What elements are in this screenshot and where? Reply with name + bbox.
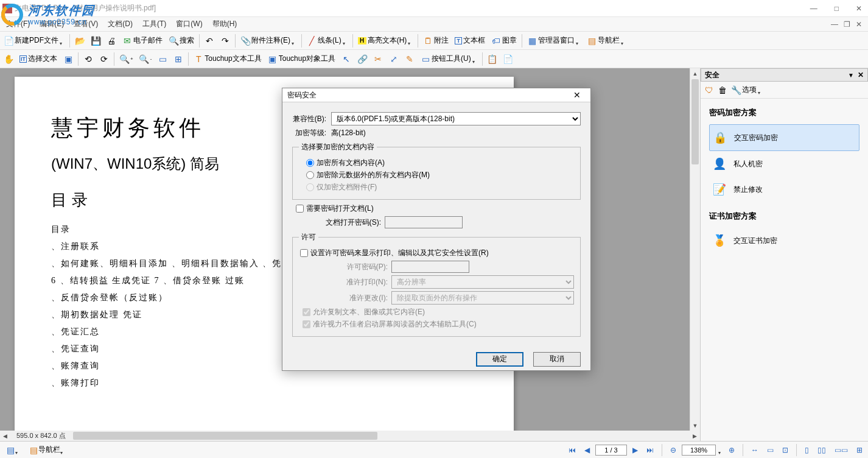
compatibility-select[interactable]: 版本6.0(PDF1.5)或更高版本(128-bit) <box>331 112 581 125</box>
hand-tool-button[interactable]: ✋ <box>1 52 16 66</box>
encrypt-all-radio[interactable] <box>306 159 314 167</box>
menu-window[interactable]: 窗口(W) <box>171 18 207 30</box>
last-page-button[interactable]: ⏭ <box>643 443 657 457</box>
menu-tools[interactable]: 工具(T) <box>138 18 171 30</box>
window-title: 文电通PDF Plus - [财务用户操作说明书.pdf] <box>15 3 807 13</box>
menu-document[interactable]: 文档(D) <box>103 18 138 30</box>
title-bar: 文电通PDF Plus - [财务用户操作说明书.pdf] — □ ✕ <box>0 0 868 17</box>
security-scheme-item[interactable]: 🔒交互密码加密 <box>709 124 859 151</box>
stamp-button[interactable]: 🏷图章 <box>489 33 519 48</box>
options-menu-button[interactable]: 🔧选项 <box>731 85 763 95</box>
open-button[interactable]: 📂 <box>72 33 87 48</box>
cert-section-heading: 证书加密方案 <box>709 211 859 222</box>
dialog-close-button[interactable]: ✕ <box>569 88 586 102</box>
textbox-button[interactable]: T文本框 <box>452 33 488 48</box>
link-tool-button[interactable]: 🔗 <box>355 52 369 66</box>
attach-comment-button[interactable]: 📎附件注释(E) <box>238 33 299 48</box>
redo-button[interactable]: ↷ <box>218 33 233 48</box>
zoom-in-status-button[interactable]: ⊕ <box>726 443 738 457</box>
allow-change-select: 除提取页面外的所有操作 <box>391 291 574 305</box>
require-open-password-checkbox[interactable] <box>296 205 304 213</box>
scroll-left-button[interactable]: ◀ <box>0 431 10 441</box>
security-scheme-item[interactable]: 🏅交互证书加密 <box>709 228 859 253</box>
page-input[interactable] <box>595 445 627 456</box>
zoom-dropdown[interactable] <box>718 448 723 453</box>
pen-tool-button[interactable]: ✎ <box>402 52 417 66</box>
scroll-up-button[interactable]: ▲ <box>690 68 700 79</box>
encryption-level-label: 加密等级: <box>292 128 326 138</box>
zoom-out-button[interactable]: 🔍- <box>137 52 155 66</box>
user-icon: 👤 <box>712 156 727 172</box>
cancel-button[interactable]: 取消 <box>533 352 581 367</box>
scroll-right-button[interactable]: ▶ <box>690 431 700 441</box>
line-tool-button[interactable]: ╱线条(L) <box>304 33 350 48</box>
fit-page-button[interactable]: ⊞ <box>171 52 186 66</box>
continuous-button[interactable]: ▯▯ <box>814 443 829 457</box>
navbar-toggle-button[interactable]: ▤导航栏 <box>584 33 628 48</box>
rotate-cw-button[interactable]: ⟳ <box>97 52 111 66</box>
highlight-button[interactable]: H高亮文本(H) <box>355 33 416 48</box>
mdi-close-button[interactable]: ✕ <box>855 20 863 29</box>
maximize-button[interactable]: □ <box>831 3 842 14</box>
panel-header[interactable]: 安全 ▼ ✕ <box>701 68 868 82</box>
shield-icon[interactable]: 🛡 <box>704 85 714 95</box>
single-page-button[interactable]: ▯ <box>802 443 812 457</box>
move-tool-button[interactable]: ⤢ <box>387 52 401 66</box>
paste-button[interactable]: 📄 <box>501 52 516 66</box>
crop-tool-button[interactable]: ✂ <box>371 52 385 66</box>
mdi-minimize-button[interactable]: — <box>830 20 839 29</box>
zoom-in-button[interactable]: 🔍+ <box>117 52 136 66</box>
marquee-zoom-button[interactable]: ▭ <box>155 52 170 66</box>
fit-width-button[interactable]: ↔ <box>748 443 761 457</box>
sticky-note-button[interactable]: 🗒附注 <box>421 33 451 48</box>
touchup-object-button[interactable]: ▣Touchup对象工具 <box>265 52 338 66</box>
arrow-tool-button[interactable]: ↖ <box>339 52 354 66</box>
fit-page-status-button[interactable]: ▭ <box>764 443 777 457</box>
close-button[interactable]: ✕ <box>852 3 866 14</box>
prev-page-button[interactable]: ◀ <box>581 443 593 457</box>
manager-window-button[interactable]: ▦管理器窗口 <box>525 33 583 48</box>
zoom-out-status-button[interactable]: ⊖ <box>667 443 679 457</box>
save-button[interactable]: 💾 <box>88 33 103 48</box>
security-scheme-item[interactable]: 📝禁止修改 <box>709 177 859 202</box>
menu-file[interactable]: 文件(F) <box>1 18 35 30</box>
menu-help[interactable]: 帮助(H) <box>208 18 242 30</box>
ok-button[interactable]: 确定 <box>476 352 523 367</box>
menu-view[interactable]: 查看(V) <box>69 18 103 30</box>
search-button[interactable]: 🔍搜索 <box>166 33 197 48</box>
status-bar: ▤ ▤导航栏 ⏮ ◀ ▶ ⏭ ⊖ ⊕ ↔ ▭ ⊡ ▯ ▯▯ ▭▭ ⊞ <box>0 441 868 458</box>
menu-edit[interactable]: 编辑(E) <box>35 18 69 30</box>
copy-button[interactable]: 📋 <box>485 52 500 66</box>
hscroll-thumb[interactable] <box>73 432 377 440</box>
panel-close-button[interactable]: ✕ <box>858 71 864 79</box>
rotate-ccw-button[interactable]: ⟲ <box>81 52 96 66</box>
snapshot-button[interactable]: ▣ <box>61 52 75 66</box>
page-layout-button[interactable]: ▤ <box>2 443 23 457</box>
horizontal-scrollbar[interactable]: ◀ 595.0 x 842.0 点 ▶ <box>0 431 700 441</box>
mdi-restore-button[interactable]: ❐ <box>842 20 851 29</box>
facing-button[interactable]: ▭▭ <box>831 443 851 457</box>
scroll-thumb[interactable] <box>691 79 699 164</box>
select-text-button[interactable]: IT选择文本 <box>17 52 60 66</box>
dialog-titlebar[interactable]: 密码安全 ✕ <box>282 88 590 102</box>
security-panel: 安全 ▼ ✕ 🛡 🗑 🔧选项 密码加密方案 🔒交互密码加密 👤私人机密 📝禁止修… <box>700 68 868 441</box>
security-scheme-item[interactable]: 👤私人机密 <box>709 151 859 177</box>
encrypt-except-meta-radio[interactable] <box>306 171 314 179</box>
zoom-input[interactable] <box>682 445 716 456</box>
set-permissions-checkbox[interactable] <box>300 249 308 257</box>
next-page-button[interactable]: ▶ <box>629 443 641 457</box>
email-button[interactable]: ✉电子邮件 <box>120 33 165 48</box>
scroll-down-button[interactable]: ▼ <box>690 420 700 431</box>
undo-button[interactable]: ↶ <box>202 33 217 48</box>
first-page-button[interactable]: ⏮ <box>565 443 579 457</box>
vertical-scrollbar[interactable]: ▲ ▼ <box>690 68 700 431</box>
actual-size-button[interactable]: ⊡ <box>779 443 791 457</box>
minimize-button[interactable]: — <box>807 3 821 14</box>
print-button[interactable]: 🖨 <box>104 33 119 48</box>
trash-icon[interactable]: 🗑 <box>718 85 727 95</box>
button-tool-button[interactable]: ▭按钮工具(U) <box>418 52 480 66</box>
navbar-status-button[interactable]: ▤导航栏 <box>26 443 68 457</box>
new-pdf-button[interactable]: 📄新建PDF文件 <box>1 33 67 48</box>
touchup-text-button[interactable]: TTouchup文本工具 <box>191 52 264 66</box>
continuous-facing-button[interactable]: ⊞ <box>853 443 866 457</box>
